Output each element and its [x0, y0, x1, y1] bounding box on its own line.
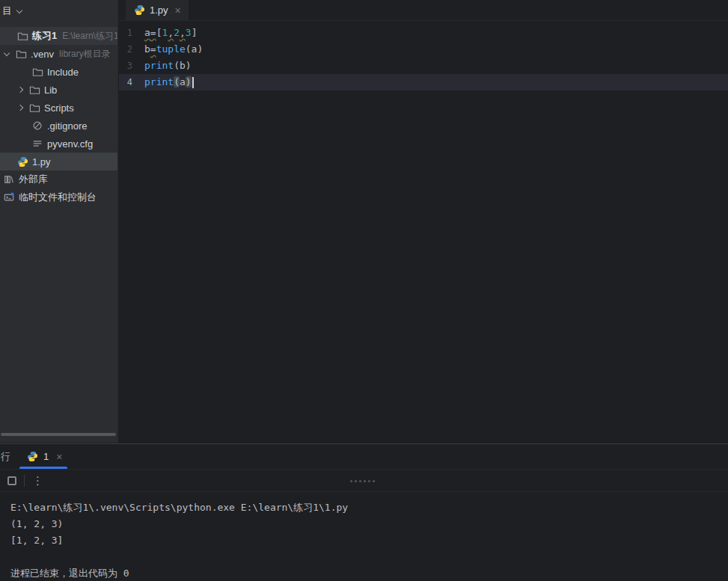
- scratch-console-icon: [3, 191, 15, 203]
- tree-item-1py[interactable]: 1.py: [0, 153, 117, 170]
- editor-tab-bar: 1.py ×: [119, 0, 728, 21]
- tree-item-label: Include: [47, 67, 79, 78]
- tree-item-label: Lib: [44, 84, 57, 96]
- folder-icon: [16, 30, 28, 42]
- ide-window: 目 练习1 E:\learn\练习1 .venv library根目录: [0, 0, 728, 581]
- chevron-right-icon[interactable]: [17, 105, 23, 111]
- console-line: 进程已结束，退出代码为 0: [10, 565, 728, 581]
- code-line-current: 4 print(a): [119, 74, 728, 90]
- tree-item-label: 临时文件和控制台: [19, 191, 97, 204]
- tree-item-label: 外部库: [19, 173, 48, 186]
- code-line: 3 print(b): [119, 58, 728, 74]
- python-file-icon: [26, 451, 38, 463]
- tree-item-label: .gitignore: [47, 120, 87, 132]
- folder-icon: [28, 84, 40, 96]
- code-text: a=[1,2,3]: [144, 25, 197, 41]
- more-options-icon[interactable]: ⋮: [32, 474, 43, 488]
- folder-icon: [28, 102, 40, 114]
- code-text: print(a): [144, 74, 194, 90]
- console-line: E:\learn\练习1\.venv\Scripts\python.exe E:…: [10, 499, 728, 516]
- close-icon[interactable]: ×: [56, 452, 62, 462]
- tree-item-venv[interactable]: .venv library根目录: [0, 45, 117, 63]
- tree-item-label: 1.py: [32, 156, 51, 167]
- run-tab-bar: 行 1 ×: [0, 444, 728, 469]
- folder-icon: [31, 66, 43, 78]
- code-editor[interactable]: 1 a=[1,2,3] 2 b=tuple(a) 3 print(b) 4 pr…: [119, 21, 728, 90]
- run-console[interactable]: E:\learn\练习1\.venv\Scripts\python.exe E:…: [0, 492, 728, 581]
- code-text: b=tuple(a): [144, 41, 203, 58]
- config-file-icon: [31, 138, 43, 150]
- tree-item-gitignore[interactable]: .gitignore: [0, 117, 117, 135]
- project-panel-header[interactable]: 目: [0, 0, 117, 22]
- run-tab-label: 1: [43, 451, 49, 462]
- chevron-down-icon: [16, 7, 22, 13]
- tree-item-label: pyvenv.cfg: [47, 138, 93, 150]
- project-selector-label: 目: [2, 4, 12, 18]
- run-tab-1[interactable]: 1 ×: [23, 444, 65, 469]
- tree-item-label: 练习1: [32, 29, 57, 43]
- line-number[interactable]: 4: [119, 74, 144, 90]
- project-tree: 练习1 E:\learn\练习1 .venv library根目录 Includ…: [0, 22, 117, 206]
- folder-icon: [15, 48, 27, 60]
- console-line: (1, 2, 3): [10, 516, 728, 532]
- stop-button[interactable]: [7, 476, 16, 485]
- drag-handle-icon[interactable]: [350, 480, 352, 482]
- editor-tab-1py[interactable]: 1.py ×: [126, 0, 189, 20]
- run-panel-title: 行: [1, 450, 10, 464]
- project-panel: 目 练习1 E:\learn\练习1 .venv library根目录: [0, 0, 118, 443]
- tree-item-path: E:\learn\练习1: [62, 30, 117, 43]
- tree-item-lib[interactable]: Lib: [0, 81, 117, 99]
- tree-item-include[interactable]: Include: [0, 63, 117, 81]
- tree-item-scratches-consoles[interactable]: 临时文件和控制台: [0, 188, 117, 206]
- python-file-icon: [16, 156, 28, 167]
- library-icon: [3, 173, 15, 185]
- close-icon[interactable]: ×: [175, 5, 181, 16]
- line-number[interactable]: 1: [119, 25, 144, 41]
- project-horizontal-scrollbar[interactable]: [1, 433, 116, 436]
- tree-item-project-root[interactable]: 练习1 E:\learn\练习1: [0, 27, 117, 45]
- line-number[interactable]: 3: [119, 58, 144, 74]
- toolbar-separator: [24, 475, 25, 487]
- editor-tab-label: 1.py: [150, 4, 168, 16]
- code-line: 1 a=[1,2,3]: [119, 25, 728, 41]
- tree-item-pyvenv-cfg[interactable]: pyvenv.cfg: [0, 135, 117, 153]
- ignore-file-icon: [31, 120, 43, 132]
- code-text: print(b): [144, 58, 192, 74]
- run-toolbar: ⋮: [0, 469, 728, 492]
- tree-item-external-libraries[interactable]: 外部库: [0, 170, 117, 188]
- python-file-icon: [133, 4, 145, 16]
- chevron-right-icon[interactable]: [17, 87, 23, 93]
- code-line: 2 b=tuple(a): [119, 41, 728, 58]
- run-panel: 行 1 × ⋮ E:\learn\练习1\.venv\Scripts\pytho…: [0, 443, 728, 581]
- editor-area: 1.py × 1 a=[1,2,3] 2 b=tuple(a) 3 print(…: [119, 0, 728, 443]
- console-line: [10, 549, 728, 565]
- tree-item-scripts[interactable]: Scripts: [0, 99, 117, 117]
- tree-item-annotation: library根目录: [59, 48, 111, 61]
- chevron-down-icon[interactable]: [4, 50, 10, 56]
- tree-item-label: .venv: [31, 49, 54, 60]
- tree-item-label: Scripts: [44, 102, 74, 114]
- text-caret: [192, 77, 194, 88]
- console-line: [1, 2, 3]: [10, 532, 728, 549]
- line-number[interactable]: 2: [119, 41, 144, 58]
